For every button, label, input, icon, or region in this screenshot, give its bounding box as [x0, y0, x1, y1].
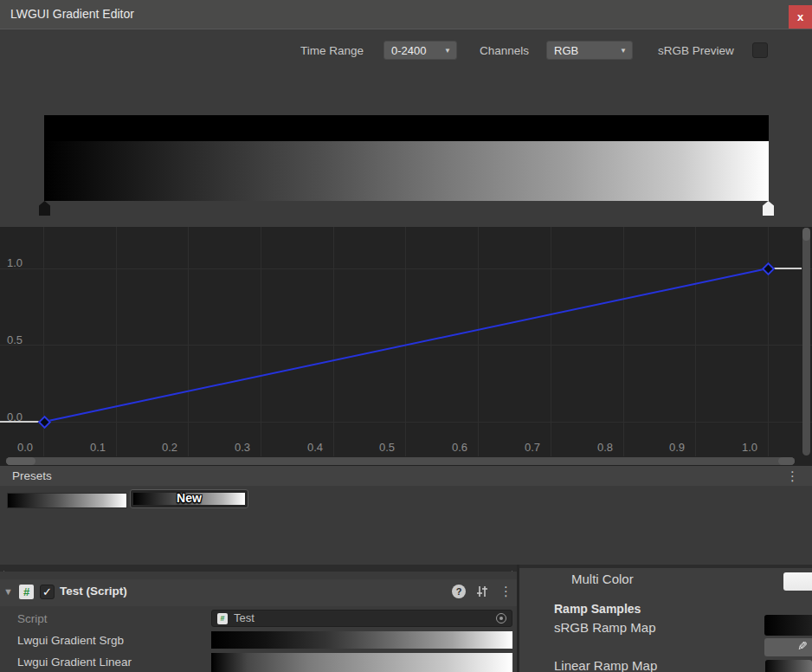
- presets-header: Presets ⋮: [0, 466, 812, 487]
- gradient-linear-field[interactable]: [211, 653, 512, 672]
- horizontal-scrollbar-handle-left[interactable]: [6, 457, 35, 465]
- srgb-ramp-map-label: sRGB Ramp Map: [554, 620, 656, 635]
- channels-dropdown[interactable]: RGB ▼: [546, 41, 633, 60]
- srgb-preview-checkbox[interactable]: [752, 42, 768, 58]
- object-picker-icon[interactable]: [496, 613, 506, 624]
- curve-editor[interactable]: 1.0 0.5 0.0 0.0 0.1 0.2 0.3 0.4 0.5 0.6 …: [0, 227, 812, 466]
- help-icon[interactable]: ?: [452, 585, 466, 598]
- linear-ramp-thumbnail[interactable]: [765, 660, 812, 672]
- material-panel: Multi Color Ramp Samples sRGB Ramp Map ✎…: [519, 568, 812, 672]
- kebab-menu-icon[interactable]: ⋮: [786, 468, 799, 485]
- vertical-scrollbar-handle-top[interactable]: [802, 228, 810, 241]
- vertical-scrollbar[interactable]: [802, 228, 810, 456]
- gradient-key-white[interactable]: [763, 201, 774, 216]
- srgb-ramp-thumbnail[interactable]: [764, 615, 812, 636]
- close-button[interactable]: x: [789, 5, 812, 29]
- gradient-alpha-bar[interactable]: [44, 115, 769, 141]
- foldout-arrow-icon[interactable]: ▼: [3, 586, 13, 597]
- horizontal-scrollbar[interactable]: [6, 457, 795, 465]
- component-header[interactable]: ▼ # ✓ Test (Script) ? ⋮: [0, 579, 517, 606]
- preset-name-label: New: [131, 491, 248, 505]
- multi-color-label: Multi Color: [571, 572, 634, 586]
- gradient-srgb-field[interactable]: [211, 631, 512, 649]
- gradient-linear-label: Lwgui Gradient Linear: [17, 656, 132, 669]
- gradient-srgb-label: Lwgui Gradient Srgb: [17, 634, 124, 647]
- gradient-color-bar[interactable]: [44, 141, 769, 201]
- channels-label: Channels: [480, 42, 529, 61]
- inspector-panel: ▼ # ✓ Test (Script) ? ⋮ Script # Test Lw…: [0, 572, 517, 672]
- script-row-label: Script: [17, 612, 48, 625]
- component-title: Test (Script): [60, 585, 127, 598]
- multi-color-swatch[interactable]: [783, 572, 812, 591]
- presets-title: Presets: [12, 466, 52, 486]
- srgb-preview-label: sRGB Preview: [658, 42, 734, 61]
- preset-swatch-selected[interactable]: New: [130, 489, 248, 508]
- script-object-field[interactable]: # Test: [211, 610, 512, 627]
- window-title: LWGUI Gradient Editor: [10, 0, 134, 29]
- time-range-value: 0-2400: [391, 44, 426, 57]
- presets-body: New: [0, 486, 812, 565]
- chevron-down-icon: ▼: [444, 42, 451, 60]
- channels-value: RGB: [554, 44, 578, 57]
- csharp-script-icon: #: [19, 585, 34, 599]
- component-enabled-checkbox[interactable]: ✓: [40, 585, 55, 599]
- preset-swatch[interactable]: [7, 493, 127, 508]
- edit-ramp-button[interactable]: ✎: [764, 638, 812, 656]
- title-bar: LWGUI Gradient Editor x: [0, 0, 812, 29]
- pencil-icon: ✎: [797, 639, 808, 653]
- kebab-menu-icon[interactable]: ⋮: [499, 583, 512, 600]
- presets-slider-icon[interactable]: [475, 585, 489, 598]
- ramp-samples-heading: Ramp Samples: [554, 602, 641, 616]
- curve-line: [0, 227, 812, 466]
- script-object-value: Test: [234, 611, 255, 626]
- lwgui-gradient-editor-window: LWGUI Gradient Editor x Time Range 0-240…: [0, 0, 812, 672]
- gradient-key-black[interactable]: [39, 201, 50, 216]
- horizontal-scrollbar-handle-right[interactable]: [778, 457, 795, 465]
- linear-ramp-map-label: Linear Ramp Map: [554, 658, 657, 672]
- time-range-label: Time Range: [300, 42, 364, 61]
- time-range-dropdown[interactable]: 0-2400 ▼: [383, 41, 457, 60]
- chevron-down-icon: ▼: [620, 42, 627, 60]
- csharp-script-icon: #: [217, 613, 228, 624]
